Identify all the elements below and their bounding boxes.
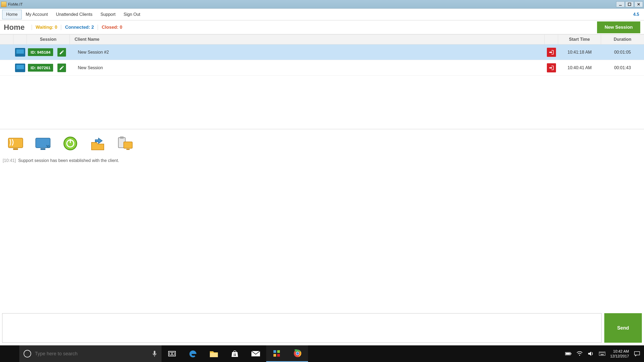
svg-rect-14 (154, 356, 155, 357)
chrome-icon[interactable] (287, 345, 308, 362)
svg-rect-17 (172, 352, 174, 355)
svg-rect-27 (277, 354, 280, 357)
svg-rect-33 (566, 353, 570, 355)
cortana-icon (24, 350, 31, 357)
svg-rect-12 (126, 149, 130, 150)
keyboard-icon[interactable] (599, 350, 605, 357)
chat-area: Send (2, 313, 642, 343)
table-row[interactable]: ID: 807261 New Session 10:40:41 AM 00:01… (0, 60, 644, 76)
col-blank2 (13, 35, 27, 44)
disconnect-icon[interactable] (547, 48, 556, 57)
duration: 00:01:43 (614, 65, 631, 70)
table-row[interactable]: ID: 945184 New Session #2 10:41:18 AM 00… (0, 45, 644, 60)
status-closed[interactable]: Closed: 0 (98, 25, 126, 30)
svg-rect-18 (210, 353, 218, 357)
nav-my-account[interactable]: My Account (22, 10, 52, 19)
svg-rect-10 (120, 136, 124, 139)
svg-point-34 (579, 355, 580, 356)
taskbar: 10:42 AM 12/12/2017 (0, 345, 644, 362)
search-input[interactable] (35, 351, 148, 357)
svg-rect-26 (273, 354, 276, 357)
col-duration[interactable]: Duration (601, 35, 644, 44)
file-explorer-icon[interactable] (203, 345, 224, 362)
new-session-button[interactable]: New Session (597, 21, 640, 33)
col-start-time[interactable]: Start Time (558, 35, 601, 44)
system-tray: 10:42 AM 12/12/2017 (561, 345, 644, 362)
svg-rect-1 (628, 3, 631, 6)
chat-input[interactable] (2, 313, 602, 343)
svg-rect-13 (154, 351, 155, 354)
minimize-button[interactable] (616, 1, 625, 7)
taskbar-search[interactable] (19, 345, 162, 362)
sessions-table-body: ID: 945184 New Session #2 10:41:18 AM 00… (0, 45, 644, 129)
nav-home[interactable]: Home (2, 10, 22, 19)
nav-unattended-clients[interactable]: Unattended Clients (52, 10, 96, 19)
session-tools (0, 129, 644, 156)
svg-rect-22 (235, 355, 236, 356)
session-id-badge: ID: 807261 (28, 64, 53, 72)
edit-name-icon[interactable] (57, 48, 66, 57)
svg-rect-19 (234, 354, 235, 354)
svg-rect-35 (599, 352, 605, 356)
svg-rect-3 (13, 148, 18, 150)
chat-message: Support session has been established wit… (18, 158, 119, 163)
svg-rect-20 (235, 354, 236, 354)
edit-name-icon[interactable] (57, 64, 66, 72)
store-icon[interactable] (224, 345, 245, 362)
svg-rect-5 (41, 148, 45, 150)
svg-rect-0 (619, 5, 622, 6)
clock-date: 12/12/2017 (610, 354, 629, 359)
sessions-table-header: Session Client Name Start Time Duration (0, 34, 644, 45)
maximize-button[interactable] (625, 1, 634, 7)
send-button[interactable]: Send (604, 313, 642, 343)
clipboard-icon[interactable] (114, 134, 136, 153)
svg-rect-37 (601, 353, 601, 353)
svg-rect-38 (602, 353, 602, 353)
navbar: Home My Account Unattended Clients Suppo… (0, 9, 644, 20)
col-client-name[interactable]: Client Name (70, 35, 545, 44)
taskbar-apps (162, 345, 308, 362)
status-waiting[interactable]: Waiting: 0 (32, 25, 61, 30)
reboot-icon[interactable] (59, 134, 82, 153)
svg-rect-25 (277, 350, 280, 353)
fixmeit-taskbar-icon[interactable] (266, 345, 287, 362)
mail-icon[interactable] (245, 345, 266, 362)
chat-log: [10:41] Support session has been establi… (0, 156, 644, 165)
remote-control-icon[interactable] (4, 134, 27, 153)
col-session[interactable]: Session (27, 35, 70, 44)
edge-icon[interactable] (182, 345, 203, 362)
disconnect-icon[interactable] (547, 63, 556, 72)
task-view-icon[interactable] (162, 345, 182, 362)
battery-icon[interactable] (565, 350, 572, 357)
svg-point-6 (64, 137, 77, 150)
nav-sign-out[interactable]: Sign Out (120, 10, 144, 19)
volume-icon[interactable] (588, 350, 594, 357)
svg-rect-36 (600, 353, 600, 353)
view-desktop-icon[interactable] (32, 134, 54, 153)
file-transfer-icon[interactable] (86, 134, 109, 153)
version-label: 4.5 (633, 12, 642, 17)
taskbar-clock[interactable]: 10:42 AM 12/12/2017 (610, 349, 629, 359)
svg-rect-11 (124, 142, 132, 148)
client-name: New Session #2 (75, 50, 109, 55)
monitor-icon (15, 64, 25, 72)
svg-rect-8 (70, 139, 71, 143)
wifi-icon[interactable] (576, 350, 583, 357)
svg-rect-40 (604, 353, 604, 353)
svg-rect-32 (570, 353, 571, 354)
svg-rect-21 (234, 355, 235, 356)
clock-time: 10:42 AM (610, 349, 629, 354)
close-button[interactable] (634, 1, 643, 7)
svg-point-30 (296, 352, 299, 355)
duration: 00:01:05 (614, 50, 631, 55)
svg-rect-39 (603, 353, 603, 353)
client-name: New Session (75, 65, 103, 70)
svg-rect-41 (601, 354, 604, 355)
notifications-icon[interactable] (634, 350, 640, 357)
app-icon (1, 2, 6, 7)
microphone-icon[interactable] (152, 350, 157, 357)
titlebar: FixMe.IT (0, 0, 644, 9)
nav-support[interactable]: Support (96, 10, 119, 19)
svg-rect-24 (273, 350, 276, 353)
status-connected[interactable]: Connected: 2 (61, 25, 98, 30)
